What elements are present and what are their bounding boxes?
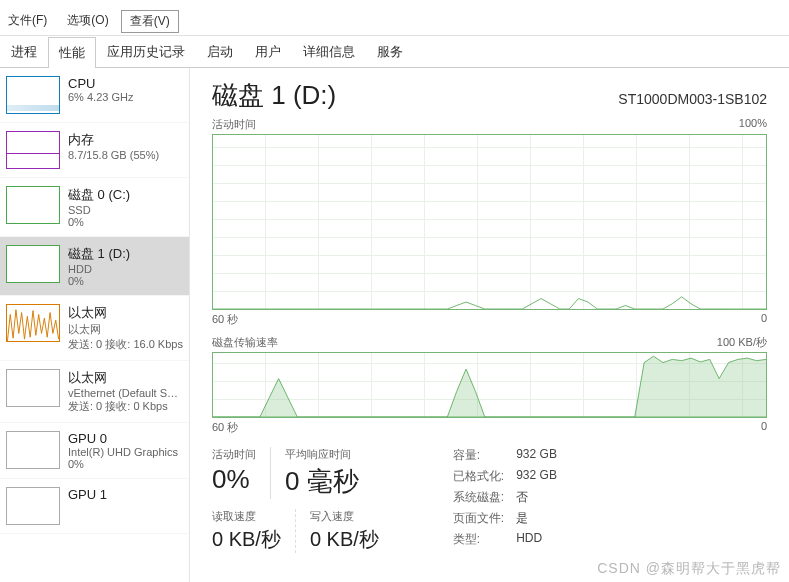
chart2-label: 磁盘传输速率 (212, 335, 278, 350)
window-title (0, 0, 789, 8)
sidebar-item-sub: 6% 4.23 GHz (68, 91, 183, 103)
sidebar-item-sub: HDD (68, 263, 183, 275)
tab-用户[interactable]: 用户 (244, 36, 292, 67)
disk-model: ST1000DM003-1SB102 (618, 91, 767, 107)
transfer-chart[interactable] (212, 352, 767, 418)
sidebar-item-title: 磁盘 0 (C:) (68, 186, 183, 204)
tab-启动[interactable]: 启动 (196, 36, 244, 67)
activity-chart[interactable] (212, 134, 767, 310)
write-value: 0 KB/秒 (310, 526, 379, 553)
sidebar-item-title: GPU 1 (68, 487, 183, 502)
chart2-xright: 0 (761, 420, 767, 435)
sidebar-item-title: CPU (68, 76, 183, 91)
sidebar-item-6[interactable]: GPU 0Intel(R) UHD Graphics0% (0, 423, 189, 479)
eth-orange-thumb-icon (6, 304, 60, 342)
tab-应用历史记录[interactable]: 应用历史记录 (96, 36, 196, 67)
cpu-thumb-icon (6, 76, 60, 114)
write-label: 写入速度 (310, 509, 379, 524)
mem-thumb-icon (6, 131, 60, 169)
read-value: 0 KB/秒 (212, 526, 281, 553)
main-panel: 磁盘 1 (D:) ST1000DM003-1SB102 活动时间 100% 6… (190, 68, 789, 582)
menu-view[interactable]: 查看(V) (121, 10, 179, 33)
sidebar-item-sub2: 发送: 0 接收: 16.0 Kbps (68, 337, 183, 352)
tab-性能[interactable]: 性能 (48, 37, 96, 68)
disk-thumb-icon (6, 245, 60, 283)
chart2-max: 100 KB/秒 (717, 335, 767, 350)
disk-title: 磁盘 1 (D:) (212, 78, 336, 113)
chart1-max: 100% (739, 117, 767, 132)
sidebar-item-4[interactable]: 以太网以太网发送: 0 接收: 16.0 Kbps (0, 296, 189, 361)
sidebar-item-title: 磁盘 1 (D:) (68, 245, 183, 263)
sidebar-item-3[interactable]: 磁盘 1 (D:)HDD0% (0, 237, 189, 296)
tab-服务[interactable]: 服务 (366, 36, 414, 67)
read-label: 读取速度 (212, 509, 281, 524)
resp-time-value: 0 毫秒 (285, 464, 359, 499)
chart1-label: 活动时间 (212, 117, 256, 132)
sidebar-item-sub2: 0% (68, 216, 183, 228)
sidebar-item-sub: 以太网 (68, 322, 183, 337)
disk-info-table: 容量:932 GB 已格式化:932 GB 系统磁盘:否 页面文件:是 类型:H… (453, 447, 557, 553)
chart1-xright: 0 (761, 312, 767, 327)
tab-详细信息[interactable]: 详细信息 (292, 36, 366, 67)
tab-进程[interactable]: 进程 (0, 36, 48, 67)
sidebar-item-sub: vEthernet (Default Switch) (68, 387, 183, 399)
gpu-thumb-icon (6, 487, 60, 525)
menubar: 文件(F) 选项(O) 查看(V) (0, 8, 789, 36)
sidebar-item-5[interactable]: 以太网vEthernet (Default Switch)发送: 0 接收: 0… (0, 361, 189, 423)
sidebar-item-title: 以太网 (68, 304, 183, 322)
resp-time-label: 平均响应时间 (285, 447, 359, 462)
sidebar-item-2[interactable]: 磁盘 0 (C:)SSD0% (0, 178, 189, 237)
sidebar-item-sub2: 0% (68, 458, 183, 470)
menu-options[interactable]: 选项(O) (59, 10, 116, 33)
sidebar-item-title: GPU 0 (68, 431, 183, 446)
sidebar-item-0[interactable]: CPU6% 4.23 GHz (0, 68, 189, 123)
active-time-label: 活动时间 (212, 447, 256, 462)
sidebar-item-title: 以太网 (68, 369, 183, 387)
eth-thumb-icon (6, 369, 60, 407)
chart1-xleft: 60 秒 (212, 312, 238, 327)
active-time-value: 0% (212, 464, 256, 495)
sidebar-item-sub: SSD (68, 204, 183, 216)
sidebar-item-sub: Intel(R) UHD Graphics (68, 446, 183, 458)
menu-file[interactable]: 文件(F) (0, 10, 55, 33)
sidebar[interactable]: CPU6% 4.23 GHz内存8.7/15.8 GB (55%)磁盘 0 (C… (0, 68, 190, 582)
tabbar: 进程性能应用历史记录启动用户详细信息服务 (0, 36, 789, 68)
sidebar-item-sub2: 发送: 0 接收: 0 Kbps (68, 399, 183, 414)
gpu-thumb-icon (6, 431, 60, 469)
disk-thumb-icon (6, 186, 60, 224)
sidebar-item-sub2: 0% (68, 275, 183, 287)
svg-marker-0 (213, 356, 766, 417)
sidebar-item-title: 内存 (68, 131, 183, 149)
chart2-xleft: 60 秒 (212, 420, 238, 435)
sidebar-item-7[interactable]: GPU 1 (0, 479, 189, 534)
sidebar-item-1[interactable]: 内存8.7/15.8 GB (55%) (0, 123, 189, 178)
sidebar-item-sub: 8.7/15.8 GB (55%) (68, 149, 183, 161)
